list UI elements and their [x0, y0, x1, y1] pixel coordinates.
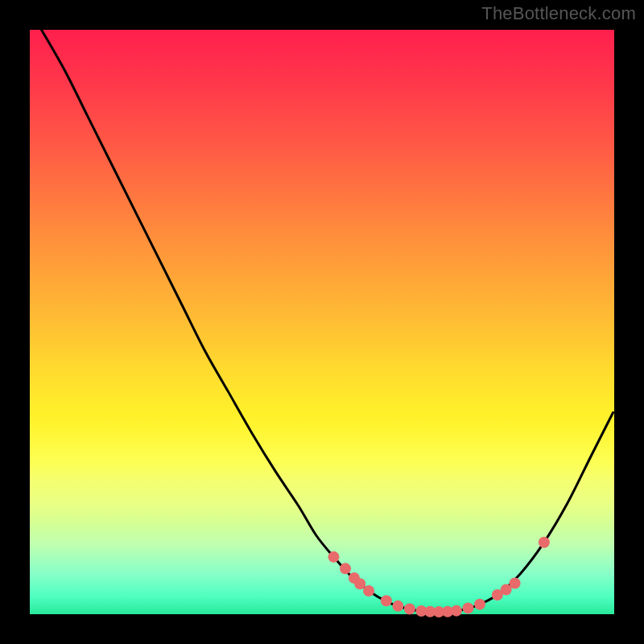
curve-marker	[404, 603, 415, 614]
curve-marker	[463, 602, 474, 613]
curve-marker	[328, 551, 340, 563]
curve-marker	[510, 578, 521, 589]
curve-marker	[474, 599, 485, 610]
bottleneck-curve	[42, 30, 613, 612]
curve-marker	[354, 578, 365, 589]
chart-wrapper: TheBottleneck.com	[0, 0, 644, 644]
curve-marker	[340, 563, 351, 574]
watermark-label: TheBottleneck.com	[481, 3, 636, 24]
curve-marker	[392, 601, 403, 612]
plot-area	[30, 30, 614, 614]
curve-marker	[381, 595, 392, 606]
curve-marker	[363, 585, 374, 597]
chart-svg	[30, 30, 614, 614]
curve-marker	[451, 605, 462, 617]
curve-marker	[539, 537, 550, 548]
